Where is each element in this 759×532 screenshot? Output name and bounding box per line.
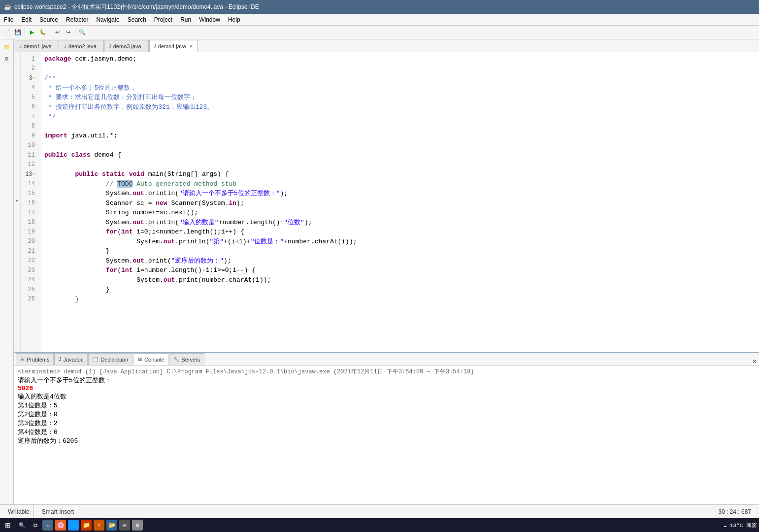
editor-tabs: Jdemo1.javaJdemo2.javaJdemo3.javaJdemo4.… bbox=[14, 39, 759, 52]
code-line-10 bbox=[44, 141, 755, 151]
code-line-15: System.out.println("请输入一个不多于5位的正整数："); bbox=[44, 189, 755, 199]
editor-tab-1[interactable]: Jdemo2.java bbox=[60, 40, 104, 52]
line-num-3: 3▸ bbox=[21, 73, 38, 83]
taskbar-eclipse-icon[interactable]: ☕ bbox=[42, 520, 53, 531]
editor-tab-0[interactable]: Jdemo1.java bbox=[15, 40, 59, 52]
line-num-8: 8 bbox=[21, 122, 38, 132]
line-num-12: 12 bbox=[21, 160, 38, 170]
marker-line-26 bbox=[14, 293, 20, 302]
toolbar-btn-run[interactable]: ▶ bbox=[27, 28, 37, 37]
start-button[interactable]: ⊞ bbox=[2, 520, 14, 530]
bottom-tab-servers[interactable]: 🔧Servers bbox=[169, 353, 204, 365]
code-line-11: public class demo4 { bbox=[44, 150, 755, 160]
sidebar-btn-1[interactable]: 📁 bbox=[1, 41, 12, 52]
bottom-panel-close-button[interactable]: ✕ bbox=[752, 358, 757, 365]
menu-item-edit[interactable]: Edit bbox=[17, 15, 35, 24]
menu-item-window[interactable]: Window bbox=[195, 15, 224, 24]
marker-line-10 bbox=[14, 139, 20, 149]
menu-item-refactor[interactable]: Refactor bbox=[62, 15, 92, 24]
tab-close-3[interactable]: ✕ bbox=[189, 43, 193, 49]
code-area[interactable]: package com.jasmyn.demo; /** * 给一个不多于5位的… bbox=[40, 52, 759, 352]
tab-label-0: demo1.java bbox=[24, 43, 52, 49]
code-line-1: package com.jasmyn.demo; bbox=[44, 54, 755, 64]
line-num-25: 25 bbox=[21, 285, 38, 295]
marker-line-1 bbox=[14, 52, 20, 62]
line-num-2: 2 bbox=[21, 64, 38, 74]
task-view-button[interactable]: ⧉ bbox=[31, 521, 40, 530]
line-num-14: 14 bbox=[21, 179, 38, 189]
line-num-18: 18 bbox=[21, 218, 38, 228]
marker-line-14 bbox=[14, 177, 20, 187]
toolbar-btn-undo[interactable]: ↩ bbox=[52, 28, 62, 37]
tab-label-2: demo3.java bbox=[113, 43, 141, 49]
taskbar-icon-8[interactable]: ⚙ bbox=[132, 520, 143, 531]
bottom-panel-tabs: ⚠ProblemsJJavadoc📋Declaration🖥Console🔧Se… bbox=[14, 353, 759, 366]
tray-weather: ☁ 13°C 薄雾 bbox=[724, 522, 757, 529]
menu-item-help[interactable]: Help bbox=[224, 15, 244, 24]
line-num-24: 24 bbox=[21, 275, 38, 285]
console-output-line-5: 第3位数是：2 bbox=[18, 419, 755, 428]
toolbar-btn-search[interactable]: 🔍 bbox=[77, 28, 87, 37]
menu-item-navigate[interactable]: Navigate bbox=[92, 15, 123, 24]
status-position: 30 : 24 : 687 bbox=[714, 505, 755, 518]
marker-column: ➤ bbox=[14, 52, 21, 352]
toolbar-btn-debug[interactable]: 🐛 bbox=[38, 28, 48, 37]
taskbar-icon-4[interactable]: 📁 bbox=[81, 520, 92, 531]
marker-line-25 bbox=[14, 283, 20, 293]
taskbar-icon-5[interactable]: ⚡ bbox=[94, 520, 104, 531]
tab-icon-3: J bbox=[154, 43, 156, 49]
console-output-line-6: 第4位数是：6 bbox=[18, 428, 755, 436]
tab-icon-1: J bbox=[64, 43, 66, 49]
menu-item-run[interactable]: Run bbox=[176, 15, 195, 24]
marker-line-9 bbox=[14, 129, 20, 139]
bottom-tab-declaration[interactable]: 📋Declaration bbox=[88, 353, 132, 365]
code-line-17: String number=sc.next(); bbox=[44, 208, 755, 218]
console-output-line-7: 逆序后的数为：6205 bbox=[18, 436, 755, 445]
menu-item-search[interactable]: Search bbox=[124, 15, 150, 24]
search-button[interactable]: 🔍 bbox=[16, 521, 29, 530]
bottom-tab-icon-0: ⚠ bbox=[20, 357, 25, 362]
line-num-21: 21 bbox=[21, 246, 38, 256]
taskbar-icon-7[interactable]: ✉ bbox=[119, 520, 130, 531]
code-line-12 bbox=[44, 160, 755, 170]
window-title: eclipse-workspace2 - 企业技术实习1102作业/src/co… bbox=[14, 3, 259, 11]
marker-line-23 bbox=[14, 264, 20, 273]
toolbar-btn-new[interactable]: 📄 bbox=[2, 28, 12, 37]
marker-line-5 bbox=[14, 91, 20, 100]
code-line-24: System.out.print(number.charAt(i)); bbox=[44, 275, 755, 285]
menu-item-project[interactable]: Project bbox=[150, 15, 176, 24]
menu-item-file[interactable]: File bbox=[0, 15, 17, 24]
editor-area: ➤ 123▸45678910111213▸1415161718192021222… bbox=[14, 52, 759, 352]
marker-line-11 bbox=[14, 148, 20, 158]
code-line-18: System.out.println("输入的数是"+number.length… bbox=[44, 218, 755, 228]
code-line-19: for(int i=0;i<number.length();i++) { bbox=[44, 227, 755, 237]
bottom-tab-problems[interactable]: ⚠Problems bbox=[16, 353, 54, 365]
code-line-21: } bbox=[44, 246, 755, 256]
console-content: <terminated> demo4 (1) [Java Application… bbox=[14, 366, 759, 504]
eclipse-icon: ☕ bbox=[4, 3, 11, 10]
code-line-13: public static void main(String[] args) { bbox=[44, 169, 755, 179]
toolbar-btn-redo[interactable]: ↪ bbox=[63, 28, 73, 37]
taskbar-icon-6[interactable]: 📂 bbox=[106, 520, 117, 531]
tab-label-3: demo4.java bbox=[158, 43, 186, 49]
line-num-20: 20 bbox=[21, 237, 38, 247]
line-num-17: 17 bbox=[21, 208, 38, 218]
editor-tab-2[interactable]: Jdemo3.java bbox=[104, 40, 149, 52]
code-line-22: System.out.print("逆序后的数为："); bbox=[44, 256, 755, 266]
marker-line-7 bbox=[14, 110, 20, 120]
bottom-tab-javadoc[interactable]: JJavadoc bbox=[54, 353, 88, 365]
bottom-tab-label-2: Declaration bbox=[100, 357, 128, 363]
code-line-25: } bbox=[44, 285, 755, 295]
taskbar-icon-3[interactable]: 🌐 bbox=[68, 520, 79, 531]
bottom-tab-console[interactable]: 🖥Console bbox=[133, 353, 168, 365]
sidebar-btn-2[interactable]: ⚙ bbox=[1, 53, 12, 64]
code-line-5: * 要求：求出它是几位数；分别打印出每一位数字； bbox=[44, 93, 755, 102]
code-line-2 bbox=[44, 64, 755, 74]
toolbar-btn-save[interactable]: 💾 bbox=[13, 28, 23, 37]
line-num-7: 7 bbox=[21, 112, 38, 122]
menu-item-source[interactable]: Source bbox=[35, 15, 62, 24]
line-num-19: 19 bbox=[21, 227, 38, 237]
taskbar-icon-2[interactable]: 🌸 bbox=[55, 520, 66, 531]
marker-line-22 bbox=[14, 254, 20, 264]
editor-tab-3[interactable]: Jdemo4.java✕ bbox=[149, 40, 198, 52]
